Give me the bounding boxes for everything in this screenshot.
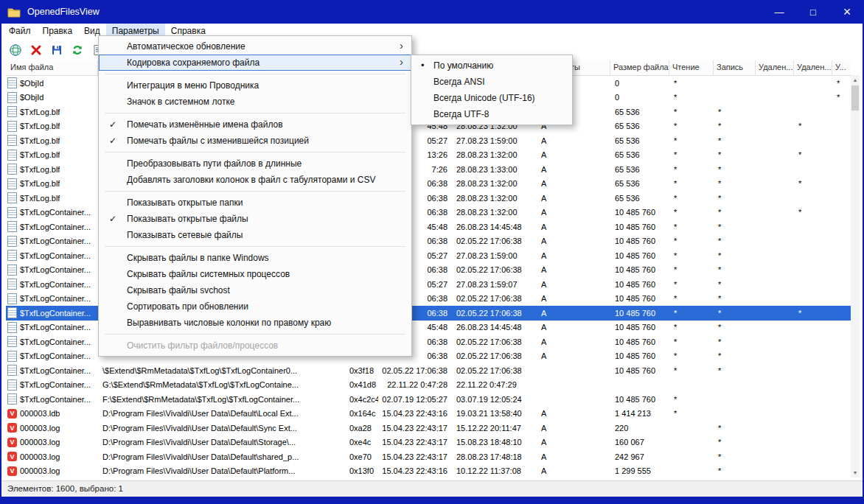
menu-separator (105, 113, 405, 113)
scroll-down-icon[interactable]: ▼ (851, 468, 860, 477)
cell-delete2 (794, 234, 832, 249)
cell-attributes: A (537, 263, 610, 278)
cell-u (832, 349, 851, 364)
cell-name: $TxfLogContainer... (6, 335, 98, 349)
table-row[interactable]: V000003.logD:\Program Files\Vivaldi\User… (6, 449, 851, 464)
cell-delete2 (794, 277, 832, 292)
scroll-up-icon[interactable]: ▲ (851, 75, 860, 85)
minimize-button[interactable]: — (762, 0, 796, 24)
menu-item[interactable]: ✓Показывать открытые файлы (99, 211, 411, 227)
menu-item[interactable]: Скрывать файлы в папке Windows (99, 250, 411, 266)
cell-write: * (714, 321, 756, 335)
scrollbar-thumb[interactable] (851, 85, 859, 111)
column-header-write[interactable]: Запись (714, 60, 756, 75)
cell-name: V000003.log (6, 464, 98, 479)
cell-delete1 (756, 321, 794, 335)
cell-read: * (669, 148, 714, 163)
cell-name: $TxfLog.blf (6, 105, 98, 119)
vertical-scrollbar[interactable]: ▲ ▼ (851, 75, 860, 477)
file-name: $TxfLog.blf (20, 194, 60, 203)
save-icon[interactable] (49, 43, 64, 57)
menu-item[interactable]: Скрывать файлы системных процессов (99, 266, 411, 282)
table-row[interactable]: V000003.logD:\Program Files\Vivaldi\User… (6, 435, 851, 450)
cell-read: * (669, 91, 714, 105)
menu-item[interactable]: Интеграция в меню Проводника (99, 77, 411, 94)
cell-u (832, 464, 851, 479)
menu-item[interactable]: Сортировать при обновлении (99, 298, 411, 315)
table-row[interactable]: V000003.logD:\Program Files\Vivaldi\User… (6, 421, 851, 435)
submenu-item[interactable]: •По умолчанию (411, 57, 572, 74)
cell-delete2 (794, 292, 832, 307)
table-row[interactable]: V000003.logD:\Program Files\Vivaldi\User… (6, 464, 851, 479)
menu-item[interactable]: Преобразовывать пути файлов в длинные (99, 155, 411, 172)
cell-delete1 (756, 148, 794, 163)
menu-item[interactable]: Кодировка сохраняемого файла› (99, 55, 411, 71)
cell-modified: 02.05.22 17:06:38 (452, 306, 537, 321)
checkmark-icon: ✓ (109, 211, 116, 227)
table-row[interactable]: $TxfLogContainer...G:\$Extend\$RmMetadat… (6, 378, 851, 393)
cell-size: 10 485 760 (610, 392, 669, 407)
cell-read: * (669, 105, 714, 119)
cell-attributes: A (537, 220, 610, 234)
menu-item[interactable]: Выравнивать числовые колонки по правому … (99, 315, 411, 331)
cell-modified: 15.12.22 20:11:47 (452, 421, 537, 435)
menu-item[interactable]: Добавлять заголовки колонок в файл с таб… (99, 172, 411, 188)
cell-path: D:\Program Files\Vivaldi\User Data\Defau… (98, 421, 345, 435)
menu-item[interactable]: ✓Помечать файлы с изменившейся позицией (99, 133, 411, 149)
menubar-item-edit[interactable]: Правка (37, 24, 79, 39)
cell-size: 65 536 (610, 191, 669, 206)
close-button[interactable]: × (830, 0, 864, 24)
column-header-delete2[interactable]: Удален... (794, 60, 832, 75)
cell-read (669, 435, 714, 450)
cell-modified: 02.05.22 17:06:38 (452, 349, 537, 364)
column-header-name[interactable]: Имя файла (6, 60, 98, 75)
file-name: $TxfLogContainer... (20, 237, 91, 245)
file-name: $TxfLog.blf (20, 108, 60, 116)
table-row[interactable]: V000003.ldbD:\Program Files\Vivaldi\User… (6, 407, 851, 421)
cell-size: 65 536 (610, 177, 669, 192)
menu-item[interactable]: Показывать сетевые файлы (99, 227, 411, 243)
cell-delete1 (756, 234, 794, 249)
cell-read: * (669, 234, 714, 249)
document-file-icon (7, 365, 17, 376)
submenu-item[interactable]: Всегда ANSI (411, 74, 572, 90)
column-header-size[interactable]: Размер файла (610, 60, 669, 75)
maximize-button[interactable]: □ (796, 0, 830, 24)
submenu-item[interactable]: Всегда Unicode (UTF-16) (411, 90, 572, 106)
table-row[interactable]: $TxfLogContainer...F:\$Extend\$RmMetadat… (6, 392, 851, 407)
menu-item[interactable]: Скрывать файлы svchost (99, 282, 411, 298)
cell-write: * (714, 177, 756, 192)
table-row[interactable]: $TxfLogContainer...\$Extend\$RmMetadata\… (6, 363, 851, 378)
cell-name: $TxfLog.blf (6, 133, 98, 148)
cell-size: 65 536 (610, 133, 669, 148)
cell-u: * (832, 76, 851, 91)
cell-u (832, 277, 851, 292)
globe-icon[interactable] (8, 43, 23, 57)
cell-delete2 (794, 91, 832, 105)
column-header-read[interactable]: Чтение (669, 60, 714, 75)
encoding-submenu: •По умолчаниюВсегда ANSIВсегда Unicode (… (411, 55, 573, 125)
cell-u (832, 248, 851, 263)
menu-item-label: Кодировка сохраняемого файла (127, 57, 259, 68)
cell-u (832, 321, 851, 335)
refresh-icon[interactable] (70, 43, 85, 57)
menu-item[interactable]: Значок в системном лотке (99, 94, 411, 110)
cell-read: * (669, 162, 714, 177)
cell-read: * (669, 248, 714, 263)
cell-modified: 28.08.23 1:32:00 (452, 206, 537, 220)
cell-attributes: A (537, 277, 610, 292)
menu-item[interactable]: Автоматическое обновление› (99, 38, 411, 55)
cell-name: V000003.log (6, 421, 98, 435)
submenu-item[interactable]: Всегда UTF-8 (411, 106, 572, 122)
cell-u (832, 407, 851, 421)
menu-item[interactable]: ✓Помечать изменённые имена файлов (99, 116, 411, 133)
column-header-u[interactable]: У... (832, 60, 851, 75)
cell-read: * (669, 177, 714, 192)
cell-delete1 (756, 263, 794, 278)
cell-modified: 10.12.22 11:37:08 (452, 464, 537, 479)
column-header-delete1[interactable]: Удален... (756, 60, 794, 75)
menubar-item-file[interactable]: Файл (3, 24, 37, 39)
menu-item[interactable]: Показывать открытые папки (99, 195, 411, 211)
cell-attributes: A (537, 321, 610, 335)
delete-red-x-icon[interactable] (29, 43, 43, 57)
